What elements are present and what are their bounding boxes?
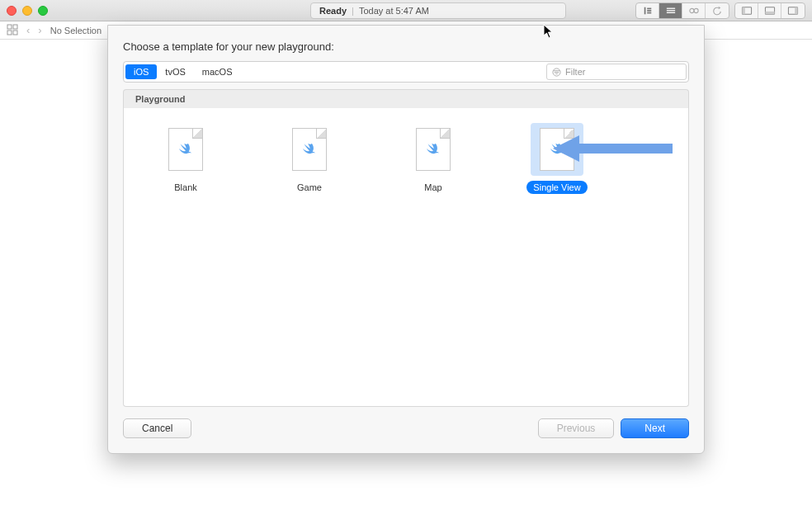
close-window-button[interactable]	[7, 6, 17, 16]
platform-tab-ios[interactable]: iOS	[125, 64, 157, 79]
category-header: Playground	[123, 89, 689, 108]
status-bar: Ready | Today at 5:47 AM	[310, 2, 566, 19]
svg-rect-12	[765, 11, 774, 13]
svg-rect-18	[13, 31, 17, 35]
minimize-window-button[interactable]	[22, 6, 32, 16]
assistant-editor-icon[interactable]	[659, 3, 682, 18]
version-editor-icon[interactable]	[682, 3, 706, 18]
dialog-title: Choose a template for your new playgroun…	[123, 40, 689, 53]
nav-back-icon[interactable]: ‹	[26, 24, 30, 36]
dialog-footer: Cancel Previous Next	[123, 418, 689, 438]
svg-rect-1	[647, 7, 651, 9]
svg-rect-10	[742, 7, 744, 14]
template-game[interactable]: Game	[272, 123, 347, 194]
related-items-icon[interactable]	[7, 24, 18, 37]
template-blank[interactable]: Blank	[149, 123, 223, 194]
svg-rect-15	[7, 25, 12, 29]
filter-field[interactable]: Filter	[546, 64, 687, 80]
svg-rect-23	[578, 144, 673, 154]
status-time-label: Today at 5:47 AM	[359, 6, 429, 16]
filter-icon	[552, 68, 561, 77]
cursor-icon	[543, 24, 555, 41]
annotation-arrow-icon	[553, 132, 673, 168]
platform-tab-tvos[interactable]: tvOS	[157, 64, 193, 79]
svg-rect-6	[666, 12, 674, 12]
next-button[interactable]: Next	[621, 418, 689, 438]
svg-rect-5	[666, 10, 674, 11]
no-selection-label: No Selection	[50, 26, 102, 35]
platform-filter-bar: iOS tvOS macOS Filter	[123, 61, 689, 83]
nav-forward-icon[interactable]: ›	[38, 24, 41, 36]
panel-toggle-segment[interactable]	[734, 2, 805, 19]
status-separator: |	[352, 6, 354, 16]
svg-point-7	[689, 8, 693, 12]
template-label: Map	[418, 181, 448, 194]
svg-rect-17	[7, 31, 12, 35]
template-chooser-dialog: Choose a template for your new playgroun…	[107, 25, 705, 454]
svg-rect-16	[13, 25, 17, 29]
template-label: Game	[290, 181, 328, 194]
standard-editor-icon[interactable]	[636, 3, 659, 18]
svg-rect-2	[647, 10, 651, 12]
previous-button[interactable]: Previous	[538, 418, 615, 438]
window-controls	[7, 6, 48, 16]
svg-rect-14	[795, 7, 797, 14]
svg-point-8	[694, 8, 698, 12]
template-label: Single View	[526, 181, 587, 194]
template-label: Blank	[168, 181, 204, 194]
swift-file-icon	[292, 128, 327, 171]
cancel-button[interactable]: Cancel	[123, 418, 191, 438]
template-map[interactable]: Map	[396, 123, 470, 194]
svg-rect-4	[666, 7, 674, 8]
swift-file-icon	[416, 128, 451, 171]
zoom-window-button[interactable]	[38, 6, 48, 16]
editor-mode-segment[interactable]	[635, 2, 729, 19]
svg-rect-3	[647, 12, 651, 13]
right-panel-icon[interactable]	[781, 3, 805, 18]
svg-rect-0	[644, 7, 645, 14]
status-ready-label: Ready	[319, 6, 347, 16]
swift-file-icon	[168, 128, 203, 171]
platform-tab-macos[interactable]: macOS	[194, 64, 241, 79]
back-forward-icon[interactable]	[706, 3, 729, 18]
filter-placeholder: Filter	[565, 67, 585, 77]
main-toolbar: Ready | Today at 5:47 AM	[0, 0, 812, 21]
left-panel-icon[interactable]	[735, 3, 758, 18]
bottom-panel-icon[interactable]	[758, 3, 781, 18]
